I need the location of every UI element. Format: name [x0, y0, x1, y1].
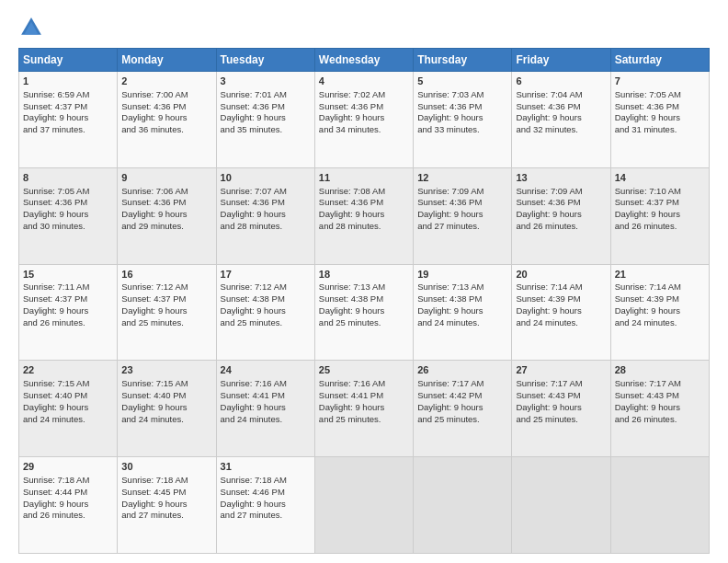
calendar-cell: 20Sunrise: 7:14 AMSunset: 4:39 PMDayligh… [512, 264, 610, 361]
calendar-header: SundayMondayTuesdayWednesdayThursdayFrid… [19, 49, 710, 72]
calendar-cell: 5Sunrise: 7:03 AMSunset: 4:36 PMDaylight… [414, 72, 512, 168]
logo [18, 15, 48, 40]
day-number: 3 [221, 75, 311, 88]
calendar-cell: 8Sunrise: 7:05 AMSunset: 4:36 PMDaylight… [19, 167, 118, 264]
calendar-cell: 22Sunrise: 7:15 AMSunset: 4:40 PMDayligh… [19, 361, 118, 457]
day-number: 1 [23, 75, 113, 88]
calendar-cell: 2Sunrise: 7:00 AMSunset: 4:36 PMDaylight… [118, 72, 216, 168]
day-number: 6 [516, 75, 606, 88]
day-number: 28 [615, 363, 705, 377]
day-number: 13 [516, 171, 606, 185]
day-number: 19 [417, 268, 507, 282]
header-row: SundayMondayTuesdayWednesdayThursdayFrid… [19, 49, 710, 72]
calendar-cell: 28Sunrise: 7:17 AMSunset: 4:43 PMDayligh… [610, 361, 709, 457]
weekday-header-sunday: Sunday [19, 49, 118, 72]
weekday-header-saturday: Saturday [610, 49, 709, 72]
day-number: 10 [221, 171, 311, 185]
calendar-cell: 23Sunrise: 7:15 AMSunset: 4:40 PMDayligh… [118, 361, 216, 457]
calendar-cell [512, 457, 610, 554]
calendar-week-row: 29Sunrise: 7:18 AMSunset: 4:44 PMDayligh… [19, 457, 710, 554]
calendar-cell: 12Sunrise: 7:09 AMSunset: 4:36 PMDayligh… [414, 167, 512, 264]
calendar-body: 1Sunrise: 6:59 AMSunset: 4:37 PMDaylight… [19, 72, 710, 554]
calendar-week-row: 22Sunrise: 7:15 AMSunset: 4:40 PMDayligh… [19, 361, 710, 457]
day-number: 8 [23, 171, 113, 185]
calendar-cell: 6Sunrise: 7:04 AMSunset: 4:36 PMDaylight… [512, 72, 610, 168]
calendar-cell: 4Sunrise: 7:02 AMSunset: 4:36 PMDaylight… [314, 72, 413, 168]
day-number: 11 [319, 171, 409, 185]
calendar-cell: 25Sunrise: 7:16 AMSunset: 4:41 PMDayligh… [314, 361, 413, 457]
day-number: 21 [615, 268, 705, 282]
day-number: 26 [417, 363, 507, 377]
day-number: 29 [23, 460, 113, 474]
weekday-header-friday: Friday [512, 49, 610, 72]
calendar-cell: 30Sunrise: 7:18 AMSunset: 4:45 PMDayligh… [118, 457, 216, 554]
day-number: 12 [417, 171, 507, 185]
day-number: 7 [615, 75, 705, 88]
calendar-cell [314, 457, 413, 554]
weekday-header-tuesday: Tuesday [216, 49, 314, 72]
header [18, 15, 710, 40]
calendar-cell: 14Sunrise: 7:10 AMSunset: 4:37 PMDayligh… [610, 167, 709, 264]
day-number: 5 [417, 75, 507, 88]
calendar-cell: 24Sunrise: 7:16 AMSunset: 4:41 PMDayligh… [216, 361, 314, 457]
day-number: 20 [516, 268, 606, 282]
calendar-cell: 27Sunrise: 7:17 AMSunset: 4:43 PMDayligh… [512, 361, 610, 457]
calendar-cell: 31Sunrise: 7:18 AMSunset: 4:46 PMDayligh… [216, 457, 314, 554]
day-number: 25 [319, 363, 409, 377]
day-number: 30 [121, 460, 211, 474]
day-number: 18 [319, 268, 409, 282]
calendar-cell: 13Sunrise: 7:09 AMSunset: 4:36 PMDayligh… [512, 167, 610, 264]
calendar-week-row: 8Sunrise: 7:05 AMSunset: 4:36 PMDaylight… [19, 167, 710, 264]
calendar-cell: 26Sunrise: 7:17 AMSunset: 4:42 PMDayligh… [414, 361, 512, 457]
logo-icon [18, 15, 44, 40]
calendar-table: SundayMondayTuesdayWednesdayThursdayFrid… [18, 48, 710, 554]
day-number: 4 [319, 75, 409, 88]
calendar-cell: 16Sunrise: 7:12 AMSunset: 4:37 PMDayligh… [118, 264, 216, 361]
calendar-cell: 19Sunrise: 7:13 AMSunset: 4:38 PMDayligh… [414, 264, 512, 361]
day-number: 9 [121, 171, 211, 185]
day-number: 16 [121, 268, 211, 282]
calendar-cell: 17Sunrise: 7:12 AMSunset: 4:38 PMDayligh… [216, 264, 314, 361]
weekday-header-monday: Monday [118, 49, 216, 72]
calendar-cell: 3Sunrise: 7:01 AMSunset: 4:36 PMDaylight… [216, 72, 314, 168]
calendar-cell: 29Sunrise: 7:18 AMSunset: 4:44 PMDayligh… [19, 457, 118, 554]
calendar-week-row: 1Sunrise: 6:59 AMSunset: 4:37 PMDaylight… [19, 72, 710, 168]
day-number: 27 [516, 363, 606, 377]
calendar-cell: 18Sunrise: 7:13 AMSunset: 4:38 PMDayligh… [314, 264, 413, 361]
day-number: 2 [121, 75, 211, 88]
day-number: 15 [23, 268, 113, 282]
calendar-cell: 21Sunrise: 7:14 AMSunset: 4:39 PMDayligh… [610, 264, 709, 361]
calendar-cell [610, 457, 709, 554]
calendar-cell: 10Sunrise: 7:07 AMSunset: 4:36 PMDayligh… [216, 167, 314, 264]
calendar-cell: 7Sunrise: 7:05 AMSunset: 4:36 PMDaylight… [610, 72, 709, 168]
calendar-week-row: 15Sunrise: 7:11 AMSunset: 4:37 PMDayligh… [19, 264, 710, 361]
weekday-header-thursday: Thursday [414, 49, 512, 72]
day-number: 17 [221, 268, 311, 282]
calendar-cell: 9Sunrise: 7:06 AMSunset: 4:36 PMDaylight… [118, 167, 216, 264]
page: SundayMondayTuesdayWednesdayThursdayFrid… [0, 0, 728, 563]
calendar-cell [414, 457, 512, 554]
day-number: 22 [23, 363, 113, 377]
calendar-cell: 1Sunrise: 6:59 AMSunset: 4:37 PMDaylight… [19, 72, 118, 168]
calendar-cell: 15Sunrise: 7:11 AMSunset: 4:37 PMDayligh… [19, 264, 118, 361]
day-number: 31 [221, 460, 311, 474]
day-number: 24 [221, 363, 311, 377]
day-number: 14 [615, 171, 705, 185]
calendar-cell: 11Sunrise: 7:08 AMSunset: 4:36 PMDayligh… [314, 167, 413, 264]
day-number: 23 [121, 363, 211, 377]
weekday-header-wednesday: Wednesday [314, 49, 413, 72]
